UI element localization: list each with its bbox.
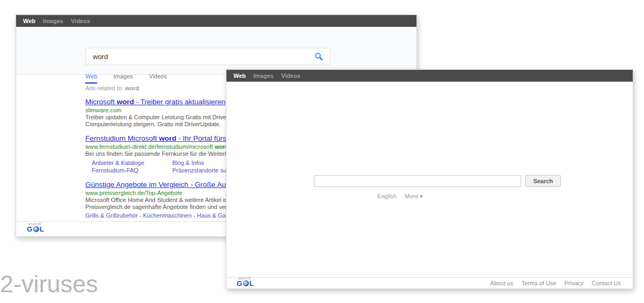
home-footer: search GL About us Terms of Use Privacy … [226,277,633,288]
footer-contact[interactable]: Contact Us [592,280,621,286]
footer-links: About us Terms of Use Privacy Contact Us [490,280,621,286]
search-icon[interactable] [314,52,323,61]
sitelink[interactable]: Fernstudium-FAQ [92,167,172,174]
top-nav-images[interactable]: Images [43,18,63,24]
top-nav-images[interactable]: Images [253,73,274,79]
top-nav-web[interactable]: Web [233,73,246,79]
footer-terms[interactable]: Terms of Use [522,280,557,286]
sitelink[interactable]: Anbieter & Kataloge [92,159,172,167]
search-input[interactable] [86,48,314,64]
search-box [85,48,331,65]
globe-icon [33,226,39,232]
logo-search-script: search [28,222,41,226]
search-home-window: Web Images Videos Search English More ▾ … [226,69,633,289]
top-nav-videos[interactable]: Videos [281,73,301,79]
top-nav: Web Images Videos [226,70,633,82]
language-link[interactable]: English [377,193,397,199]
top-nav-videos[interactable]: Videos [71,18,90,24]
gol-logo[interactable]: search GL [27,226,44,233]
gol-logo[interactable]: search GL [237,280,254,287]
footer-about-us[interactable]: About us [490,280,513,286]
ads-query-term: word [125,85,139,91]
language-row: English More ▾ [226,193,574,200]
search-button[interactable]: Search [525,175,561,187]
top-nav: Web Images Videos [16,15,416,27]
watermark-2-viruses: 2-viruses [0,270,98,298]
search-header: Web Images Videos More [16,27,416,75]
more-dropdown[interactable]: More ▾ [405,193,423,199]
logo-search-script: search [238,277,251,280]
home-search-input[interactable] [314,175,521,187]
top-nav-web[interactable]: Web [23,18,35,24]
globe-icon [243,280,249,286]
footer-privacy[interactable]: Privacy [565,280,584,286]
